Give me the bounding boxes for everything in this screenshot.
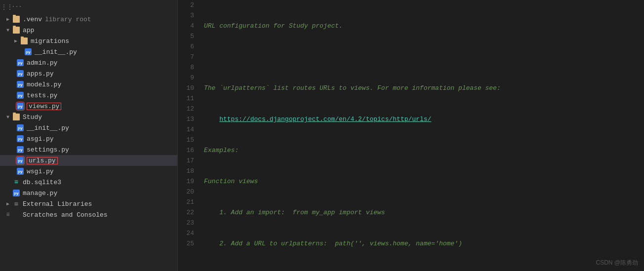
ln14: 14 [178,124,194,135]
py-icon-wsgi: py [16,167,25,176]
label-venv-sub: library root [45,16,91,23]
sidebar-toolbar: ⋮⋮ ··· [0,0,177,14]
label-asgi: asgi.py [27,135,54,143]
code-url-5: https://docs.djangoproject.com/en/4.2/to… [219,114,431,124]
ln18: 18 [178,166,194,176]
line-9: 2. Add a URL to urlpatterns: path('', vi… [204,238,644,249]
file-tree: ⋮⋮ ··· ▶ .venv library root ▼ app ▶ migr… [0,0,178,271]
line-5: https://docs.djangoproject.com/en/4.2/to… [204,114,644,124]
code-text-5a [204,114,219,124]
ln21: 21 [178,197,194,207]
py-icon-tests: py [16,91,25,100]
ln13: 13 [178,114,194,124]
tree-item-db[interactable]: ▶ ≡ db.sqlite3 [0,177,177,188]
tree-item-venv[interactable]: ▶ .venv library root [0,14,177,25]
line-3 [204,52,644,62]
code-text-4: The `urlpatterns` list routes URLs to vi… [204,83,501,93]
label-urls: urls.py [27,157,58,164]
ln11: 11 [178,93,194,104]
arrow-study: ▼ [4,115,12,120]
py-icon-asgi: py [16,134,25,143]
label-study: Study [23,114,42,121]
tree-item-settings[interactable]: py settings.py [0,144,177,155]
py-icon-init-study: py [16,123,25,132]
py-icon-settings: py [16,145,25,154]
line-6: Examples: [204,145,644,155]
tree-item-init-app[interactable]: py __init__.py [0,46,177,57]
ext-icon: ⊞ [12,199,21,208]
line-2: URL configuration for Study project. [204,21,644,31]
code-text-6: Examples: [204,145,239,155]
tree-item-apps[interactable]: py apps.py [0,68,177,79]
py-icon-init-app: py [24,47,33,56]
tree-item-asgi[interactable]: py asgi.py [0,133,177,144]
py-icon-apps: py [16,69,25,78]
ln19: 19 [178,176,194,187]
ln15: 15 [178,135,194,145]
ln7: 7 [178,52,194,62]
tree-item-app[interactable]: ▼ app [0,25,177,36]
tree-item-study[interactable]: ▼ Study [0,112,177,122]
label-ext-libs: External Libraries [23,200,92,208]
tree-item-views[interactable]: py views.py [0,101,177,112]
folder-icon-migrations [20,37,29,45]
label-init-app: __init__.py [35,48,77,56]
label-admin: admin.py [27,59,57,67]
line-4: The `urlpatterns` list routes URLs to vi… [204,83,644,93]
scratches-icon [12,210,21,219]
ln25: 25 [178,238,194,249]
label-db: db.sqlite3 [23,179,61,186]
py-icon-models: py [16,80,25,89]
label-settings: settings.py [27,146,69,154]
code-area: 2 3 4 5 6 7 8 9 10 11 12 13 14 15 16 17 … [178,0,644,271]
py-icon-views: py [16,102,25,111]
ln20: 20 [178,187,194,197]
ln9: 9 [178,73,194,83]
ln8: 8 [178,62,194,73]
tree-item-models[interactable]: py models.py [0,79,177,90]
code-text-8: 1. Add an import: from my_app import vie… [204,207,385,218]
tree-item-ext-libs[interactable]: ▶ ⊞ External Libraries [0,198,177,209]
line-numbers: 2 3 4 5 6 7 8 9 10 11 12 13 14 15 16 17 … [178,0,200,271]
arrow-migrations: ▶ [12,38,20,44]
label-app: app [23,27,34,34]
ln10: 10 [178,83,194,93]
arrow-manage: ▶ [4,190,12,196]
tree-item-init-study[interactable]: py __init__.py [0,122,177,133]
line-8: 1. Add an import: from my_app import vie… [204,207,644,218]
ln5: 5 [178,31,194,41]
label-views: views.py [27,103,61,110]
arrow-ext: ▶ [4,201,12,207]
ln3: 3 [178,10,194,21]
py-icon-admin: py [16,58,25,67]
code-editor: 2 3 4 5 6 7 8 9 10 11 12 13 14 15 16 17 … [178,0,644,271]
tree-item-tests[interactable]: py tests.py [0,90,177,101]
code-text-2: URL configuration for Study project. [204,21,343,31]
line-7: Function views [204,176,644,187]
tree-item-admin[interactable]: py admin.py [0,57,177,68]
label-apps: apps.py [27,70,54,77]
tree-item-manage[interactable]: ▶ py manage.py [0,188,177,198]
label-venv: .venv [23,16,42,23]
watermark: CSDN @陈勇劲 [596,259,638,267]
tree-item-urls[interactable]: py urls.py [0,155,177,166]
ln16: 16 [178,145,194,155]
sidebar-menu-icon[interactable]: ⋮⋮ [3,3,11,11]
sidebar-dots-icon[interactable]: ··· [13,3,21,11]
label-scratches: Scratches and Consoles [23,211,108,219]
folder-icon-app [12,26,21,35]
folder-icon-venv [12,15,21,24]
ln4: 4 [178,21,194,31]
label-models: models.py [27,81,61,88]
tree-item-scratches[interactable]: ≡ Scratches and Consoles [0,209,177,220]
ln22: 22 [178,207,194,218]
ln24: 24 [178,228,194,238]
label-tests: tests.py [27,92,57,99]
ln6: 6 [178,41,194,52]
label-wsgi: wsgi.py [27,168,54,175]
code-lines[interactable]: URL configuration for Study project. The… [200,0,644,271]
tree-item-wsgi[interactable]: py wsgi.py [0,166,177,177]
arrow-app: ▼ [4,28,12,33]
ln12: 12 [178,104,194,114]
tree-item-migrations[interactable]: ▶ migrations [0,36,177,46]
